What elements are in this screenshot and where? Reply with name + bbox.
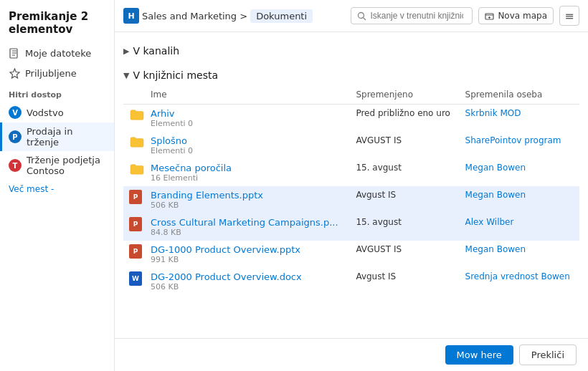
- folder-icon: [129, 163, 145, 175]
- search-input[interactable]: [370, 11, 463, 21]
- sidebar-item-vodstvo[interactable]: V Vodstvo: [0, 102, 114, 122]
- vodstvo-label: Vodstvo: [27, 107, 64, 118]
- file-person-cell: Megan Bowen: [460, 159, 579, 186]
- folder-icon: [129, 135, 145, 148]
- file-name-cell[interactable]: Splošno Elementi 0: [145, 132, 350, 159]
- more-sites-link[interactable]: Več mest -: [0, 180, 114, 198]
- file-sub-info: Elementi 0: [151, 146, 344, 155]
- sidebar-title: Premikanje 2 elementov: [0, 0, 114, 43]
- menu-icon: ≡: [564, 9, 574, 23]
- main-content: H Sales and Marketing > Dokumenti Nova m…: [115, 0, 588, 371]
- library-chevron-icon: ▼: [123, 71, 129, 80]
- cancel-button[interactable]: Prekliči: [519, 344, 577, 365]
- file-icon-cell: P: [123, 241, 145, 268]
- site-icon-letter: H: [128, 11, 134, 21]
- table-row[interactable]: PCross Cultural Marketing Campaigns.p...…: [123, 213, 579, 241]
- file-name[interactable]: Arhiv: [151, 108, 344, 119]
- channels-section: ▶ V kanalih: [123, 32, 579, 62]
- pptx-icon: P: [129, 244, 142, 259]
- file-sub-info: Elementi 0: [151, 119, 344, 128]
- pptx-icon: P: [129, 217, 142, 231]
- table-row[interactable]: Splošno Elementi 0AVGUST ISSharePointov …: [123, 132, 579, 159]
- file-name-cell[interactable]: Cross Cultural Marketing Campaigns.p... …: [145, 213, 350, 241]
- sidebar-item-prodaja[interactable]: P Prodaja in trženje: [0, 122, 114, 151]
- file-icon-cell: W: [123, 268, 145, 295]
- move-here-button[interactable]: Mow here: [445, 345, 513, 365]
- channels-chevron-icon: ▶: [123, 47, 129, 56]
- quick-access-label: Hitri dostop: [0, 83, 114, 102]
- file-name[interactable]: Cross Cultural Marketing Campaigns.p...: [151, 217, 344, 228]
- folder-add-icon: [485, 11, 494, 21]
- col-name[interactable]: Ime: [145, 85, 350, 105]
- new-folder-button[interactable]: Nova mapa: [478, 7, 554, 24]
- sidebar-item-my-files[interactable]: Moje datoteke: [0, 43, 114, 63]
- menu-button[interactable]: ≡: [559, 6, 579, 26]
- my-files-label: Moje datoteke: [25, 48, 91, 59]
- file-changed-cell: 15. avgust: [350, 213, 459, 241]
- file-icon-cell: [123, 105, 145, 132]
- col-icon: [123, 85, 145, 105]
- breadcrumb-site[interactable]: Sales and Marketing >: [142, 11, 247, 21]
- file-person-cell: Megan Bowen: [460, 186, 579, 213]
- col-person[interactable]: Spremenila oseba: [460, 85, 579, 105]
- search-box[interactable]: [351, 7, 473, 24]
- table-row[interactable]: Arhiv Elementi 0Pred približno eno uroSk…: [123, 105, 579, 132]
- file-name[interactable]: Splošno: [151, 135, 344, 146]
- channels-title: V kanalih: [133, 45, 179, 57]
- sidebar-item-favorites[interactable]: Priljubljene: [0, 63, 114, 83]
- file-name-cell[interactable]: DG-1000 Product Overview.pptx 991 KB: [145, 241, 350, 268]
- channels-header[interactable]: ▶ V kanalih: [123, 38, 579, 61]
- table-row[interactable]: Mesečna poročila 16 Elementi15. avgustMe…: [123, 159, 579, 186]
- file-table: Ime Spremenjeno Spremenila oseba Arhiv E…: [123, 85, 579, 295]
- svg-point-2: [359, 12, 364, 18]
- file-name[interactable]: DG-2000 Product Overview.docx: [151, 271, 344, 282]
- file-icon-cell: [123, 132, 145, 159]
- file-sub-info: 506 KB: [151, 201, 344, 210]
- breadcrumb: H Sales and Marketing > Dokumenti: [123, 8, 345, 24]
- prodaja-label: Prodaja in trženje: [27, 126, 105, 148]
- table-header-row: Ime Spremenjeno Spremenila oseba: [123, 85, 579, 105]
- breadcrumb-current[interactable]: Dokumenti: [250, 9, 313, 23]
- file-sub-info: 16 Elementi: [151, 173, 344, 183]
- folder-icon: [129, 108, 145, 121]
- file-sub-info: 84.8 KB: [151, 228, 344, 237]
- star-icon: [9, 67, 20, 79]
- svg-line-3: [364, 17, 366, 20]
- file-name[interactable]: Mesečna poročila: [151, 163, 344, 173]
- topbar: H Sales and Marketing > Dokumenti Nova m…: [115, 0, 588, 32]
- site-icon: H: [123, 8, 139, 24]
- file-name-cell[interactable]: Branding Elements.pptx 506 KB: [145, 186, 350, 213]
- library-title: V knjižnici mesta: [133, 69, 218, 81]
- col-changed[interactable]: Spremenjeno: [350, 85, 459, 105]
- file-person-cell: Skrbnik MOD: [460, 105, 579, 132]
- file-person-cell: SharePointov program: [460, 132, 579, 159]
- file-changed-cell: Avgust IS: [350, 186, 459, 213]
- table-row[interactable]: WDG-2000 Product Overview.docx 506 KBAvg…: [123, 268, 579, 295]
- file-name-cell[interactable]: DG-2000 Product Overview.docx 506 KB: [145, 268, 350, 295]
- docx-icon: W: [129, 271, 142, 286]
- file-name-cell[interactable]: Mesečna poročila 16 Elementi: [145, 159, 350, 186]
- sidebar: Premikanje 2 elementov Moje datoteke Pri…: [0, 0, 115, 371]
- file-name-cell[interactable]: Arhiv Elementi 0: [145, 105, 350, 132]
- favorites-label: Priljubljene: [25, 68, 77, 79]
- file-person-cell: Megan Bowen: [460, 241, 579, 268]
- file-sub-info: 506 KB: [151, 282, 344, 292]
- file-name[interactable]: DG-1000 Product Overview.pptx: [151, 244, 344, 255]
- sidebar-item-trzenje[interactable]: T Trženje podjetja Contoso: [0, 151, 114, 180]
- table-row[interactable]: PBranding Elements.pptx 506 KBAvgust ISM…: [123, 186, 579, 213]
- trzenje-icon: T: [9, 159, 22, 172]
- table-row[interactable]: PDG-1000 Product Overview.pptx 991 KBAVG…: [123, 241, 579, 268]
- vodstvo-icon: V: [9, 106, 22, 119]
- search-icon: [357, 11, 366, 21]
- bottom-action-bar: Mow here Prekliči: [115, 338, 588, 371]
- trzenje-label: Trženje podjetja Contoso: [27, 155, 105, 176]
- library-section: ▼ V knjižnici mesta Ime Spremenjeno S: [123, 62, 579, 295]
- file-person-cell: Srednja vrednost Bowen: [460, 268, 579, 295]
- content-area: ▶ V kanalih ▼ V knjižnici mesta Ime: [115, 32, 588, 371]
- library-header[interactable]: ▼ V knjižnici mesta: [123, 62, 579, 85]
- file-changed-cell: Avgust IS: [350, 268, 459, 295]
- file-name[interactable]: Branding Elements.pptx: [151, 190, 344, 201]
- file-icon-cell: P: [123, 213, 145, 241]
- svg-marker-1: [10, 69, 19, 78]
- file-changed-cell: AVGUST IS: [350, 132, 459, 159]
